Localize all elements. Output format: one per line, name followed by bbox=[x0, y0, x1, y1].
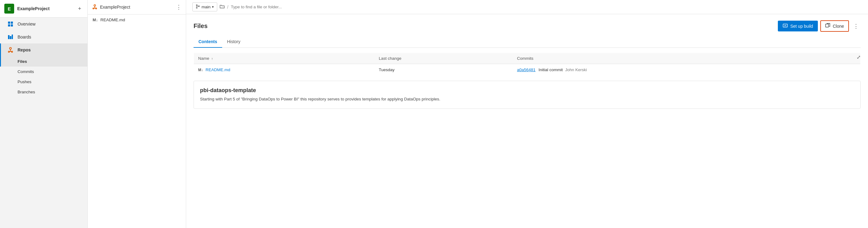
commit-message: Initial commit bbox=[538, 67, 563, 72]
sidebar-item-branches-label: Branches bbox=[18, 90, 35, 94]
overview-icon bbox=[7, 21, 14, 27]
clone-label: Clone bbox=[833, 24, 844, 29]
middle-panel-more-button[interactable]: ⋮ bbox=[176, 4, 182, 10]
project-name: ExampleProject bbox=[17, 6, 73, 11]
sidebar-item-commits[interactable]: Commits bbox=[0, 66, 87, 77]
middle-panel: ExampleProject ⋮ M↓ README.md bbox=[88, 0, 186, 228]
commit-author: John Kerski bbox=[565, 67, 587, 72]
sidebar-item-pushes[interactable]: Pushes bbox=[0, 77, 87, 87]
svg-rect-2 bbox=[8, 24, 10, 27]
setup-build-button[interactable]: Set up build bbox=[778, 21, 818, 31]
sidebar-item-pushes-label: Pushes bbox=[18, 80, 31, 84]
main-topbar: main ▾ / bbox=[186, 0, 868, 14]
repo-desc-text: Starting with Part 5 of "Bringing DataOp… bbox=[200, 96, 854, 102]
path-search-input[interactable] bbox=[231, 5, 862, 9]
boards-icon bbox=[7, 34, 14, 40]
sidebar-item-branches[interactable]: Branches bbox=[0, 87, 87, 97]
svg-point-14 bbox=[196, 7, 197, 9]
expand-icon[interactable]: ⤢ bbox=[857, 54, 861, 60]
file-markdown-icon: M↓ bbox=[198, 68, 203, 72]
file-name-cell: M↓ README.md bbox=[194, 64, 374, 76]
branch-dropdown-icon: ▾ bbox=[212, 5, 214, 9]
svg-rect-4 bbox=[8, 35, 9, 39]
page-title: Files bbox=[193, 23, 208, 30]
middle-panel-header: ExampleProject ⋮ bbox=[88, 0, 186, 15]
clone-icon bbox=[825, 23, 830, 29]
svg-point-13 bbox=[196, 5, 197, 6]
main-title-row: Files Set up build bbox=[193, 20, 861, 32]
breadcrumb-folder-icon bbox=[220, 4, 225, 10]
sidebar-item-overview-label: Overview bbox=[18, 22, 35, 27]
main-content: main ▾ / Files Set up bbox=[186, 0, 868, 228]
commits-cell: a0a56481 Initial commit John Kerski bbox=[513, 64, 860, 76]
sidebar-item-boards-label: Boards bbox=[18, 34, 31, 39]
repo-desc-title: pbi-dataops-template bbox=[200, 87, 854, 94]
branch-name: main bbox=[202, 5, 211, 9]
clone-button[interactable]: Clone bbox=[820, 20, 849, 32]
breadcrumb-separator: / bbox=[227, 5, 228, 9]
sidebar-item-files-label: Files bbox=[18, 59, 27, 64]
tabs-row: Contents History bbox=[193, 37, 861, 48]
sidebar-header: E ExampleProject + bbox=[0, 0, 87, 18]
svg-rect-5 bbox=[10, 36, 11, 39]
tab-history[interactable]: History bbox=[222, 37, 246, 48]
file-item-readme[interactable]: M↓ README.md bbox=[88, 15, 186, 25]
tab-contents[interactable]: Contents bbox=[193, 37, 222, 48]
markdown-icon: M↓ bbox=[93, 18, 98, 22]
svg-point-7 bbox=[9, 48, 11, 49]
repo-icon bbox=[92, 4, 97, 10]
svg-rect-3 bbox=[11, 24, 13, 27]
sidebar-item-commits-label: Commits bbox=[18, 69, 34, 74]
sidebar-item-overview[interactable]: Overview bbox=[0, 18, 87, 30]
last-change-cell: Tuesday bbox=[374, 64, 513, 76]
setup-build-label: Set up build bbox=[790, 24, 813, 29]
action-buttons: Set up build Clone ⋮ bbox=[778, 20, 861, 32]
setup-build-icon bbox=[783, 23, 788, 29]
sort-icon: ↑ bbox=[211, 57, 213, 60]
sidebar-item-repos[interactable]: Repos bbox=[0, 44, 87, 56]
svg-rect-6 bbox=[12, 34, 13, 39]
branch-selector[interactable]: main ▾ bbox=[192, 2, 217, 11]
repos-icon bbox=[7, 47, 14, 53]
add-project-button[interactable]: + bbox=[76, 5, 83, 12]
sidebar-item-repos-label: Repos bbox=[18, 48, 31, 52]
svg-point-10 bbox=[94, 4, 95, 6]
sidebar-item-boards[interactable]: Boards bbox=[0, 30, 87, 44]
commit-hash-link[interactable]: a0a56481 bbox=[517, 67, 535, 72]
repo-description-card: pbi-dataops-template Starting with Part … bbox=[193, 81, 861, 109]
files-table: Name ↑ Last change Commits M↓ README.md bbox=[193, 53, 861, 76]
file-name[interactable]: README.md bbox=[206, 67, 230, 72]
svg-rect-1 bbox=[11, 22, 13, 24]
svg-rect-16 bbox=[783, 24, 787, 27]
sidebar: E ExampleProject + Overview Boards bbox=[0, 0, 88, 228]
svg-rect-17 bbox=[826, 24, 829, 27]
main-body: Files Set up build bbox=[186, 14, 868, 228]
branch-icon bbox=[196, 4, 200, 9]
table-row: M↓ README.md Tuesday a0a56481 Initial co… bbox=[194, 64, 861, 76]
middle-panel-title: ExampleProject bbox=[100, 5, 174, 9]
col-lastchange-header: Last change bbox=[374, 53, 513, 64]
col-name-header: Name ↑ bbox=[194, 53, 374, 64]
more-actions-button[interactable]: ⋮ bbox=[851, 22, 861, 31]
project-avatar: E bbox=[4, 4, 14, 13]
svg-rect-0 bbox=[8, 22, 10, 24]
sidebar-item-files[interactable]: Files bbox=[0, 56, 87, 66]
col-commits-header: Commits bbox=[513, 53, 860, 64]
file-item-name: README.md bbox=[100, 18, 125, 22]
